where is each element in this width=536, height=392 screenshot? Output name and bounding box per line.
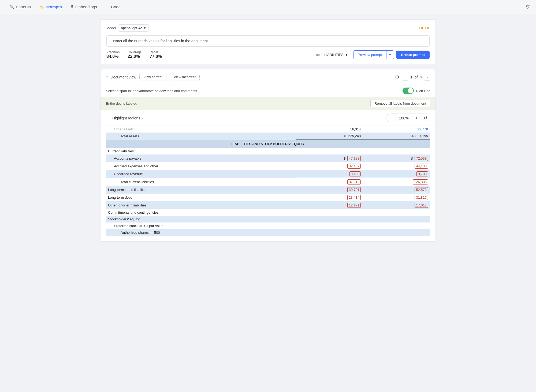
grid-icon: ⠿	[70, 5, 73, 9]
beta-badge: BETA	[419, 26, 430, 30]
table-row: Other assets 16,314 22,778	[106, 126, 430, 133]
highlight-bar: Highlight regions › − 100% + ↺	[100, 110, 436, 126]
row-value-2: 52,573	[363, 186, 430, 194]
prompt-input[interactable]	[106, 35, 430, 47]
chevron-down-icon: ▾	[144, 26, 146, 30]
model-label: Model	[106, 26, 116, 30]
row-label: Total current liabilities	[106, 178, 296, 186]
zoom-reset-button[interactable]: ↺	[421, 114, 430, 122]
tagged-value: 17,017	[415, 203, 428, 208]
row-value-2: 126,385	[363, 178, 430, 186]
tagged-value: 23,414	[347, 195, 361, 200]
preview-dropdown-button[interactable]: ▾	[386, 51, 394, 59]
table-row: Accrued expenses and other 32,439 44,138	[106, 162, 430, 170]
row-value-2: 9,708	[363, 170, 430, 178]
zoom-out-button[interactable]: −	[387, 114, 396, 122]
doc-toolbar-right: ⚙ ‹ 1 of 4 ›	[395, 74, 430, 81]
zoom-in-button[interactable]: +	[412, 114, 421, 122]
labeled-bar: Entire doc is labeled Remove all labels …	[100, 97, 436, 110]
nav-patterns[interactable]: 🔍 Patterns	[6, 3, 34, 11]
metrics-row: Precision 84.0% Coverage 22.0% Recall 77…	[106, 50, 430, 59]
create-prompt-button[interactable]: Create prompt	[396, 51, 430, 59]
row-label: Other long-term liabilities	[106, 201, 296, 209]
tagged-value: 8,190	[349, 171, 361, 176]
main-content: Model openai/gpt-4o ▾ BETA Precision 84.…	[94, 14, 442, 247]
tagged-value: 9,708	[416, 171, 428, 176]
row-label: Accrued expenses and other	[106, 162, 296, 170]
tagged-value: 126,385	[413, 179, 428, 184]
tagged-value: 87,812	[347, 179, 361, 184]
model-select[interactable]: openai/gpt-4o ▾	[118, 24, 149, 32]
table-row: Total assets $ 225,248 $ 321,195	[106, 133, 430, 140]
filter-icon[interactable]: ▽	[526, 4, 530, 10]
doc-toolbar: ≡ Document view View correct View incorr…	[100, 69, 436, 85]
table-row: Current liabilities:	[106, 148, 430, 154]
row-value-1: 16,314	[296, 126, 363, 133]
row-dollar-2: $ 321,195	[363, 133, 430, 140]
search-icon: 🔍	[10, 5, 14, 9]
coverage-metric: Coverage 22.0%	[128, 50, 142, 59]
rich-doc-toggle-group: Rich Doc	[403, 88, 430, 94]
row-value-2: 31,816	[363, 194, 430, 201]
page-next-button[interactable]: ›	[424, 74, 430, 81]
chevron-down-icon: ▾	[346, 53, 348, 57]
table-row: Accounts payable $ 47,183 $ 72,539	[106, 154, 430, 162]
row-value-2: 17,017	[363, 201, 430, 209]
row-label: Commitments and contingencies	[106, 209, 296, 216]
table-row: Stockholders' equity:	[106, 216, 430, 223]
table-row: Total current liabilities 87,812 126,385	[106, 178, 430, 186]
financial-table: Other assets 16,314 22,778 Total assets …	[106, 126, 430, 236]
row-label: Current liabilities:	[106, 148, 296, 154]
tag-icon: 🏷️	[39, 5, 44, 9]
view-incorrect-button[interactable]: View incorrect	[170, 73, 199, 81]
label-select[interactable]: Label LIABILITIES ▾	[311, 51, 351, 59]
financial-table-wrapper: Other assets 16,314 22,778 Total assets …	[100, 126, 436, 241]
row-label: Authorized shares — 500	[106, 229, 296, 236]
row-label: Unearned revenue	[106, 170, 296, 178]
tagged-value: 72,539	[415, 156, 428, 161]
nav-prompts[interactable]: 🏷️ Prompts	[36, 3, 65, 11]
row-value-1: 12,171	[296, 201, 363, 209]
remove-labels-button[interactable]: Remove all labels from document	[370, 100, 430, 107]
settings-icon[interactable]: ⚙	[395, 74, 399, 80]
nav-embeddings[interactable]: ⠿ Embeddings	[67, 3, 100, 11]
table-row: Commitments and contingencies	[106, 209, 430, 216]
zoom-controls: − 100% + ↺	[386, 114, 430, 122]
row-value-2: $ 72,539	[363, 154, 430, 162]
table-row: Unearned revenue 8,190 9,708	[106, 170, 430, 178]
page-prev-button[interactable]: ‹	[402, 74, 408, 81]
table-row: Long-term lease liabilities 39,791 52,57…	[106, 186, 430, 194]
row-value-2: 22,778	[363, 126, 430, 133]
row-value-1: 87,812	[296, 178, 363, 186]
section-header-row: LIABILITIES AND STOCKHOLDERS' EQUITY	[106, 140, 430, 148]
rich-doc-toggle[interactable]	[403, 88, 414, 94]
row-dollar-1: $ 225,248	[296, 133, 363, 140]
row-label: Total assets	[106, 133, 296, 140]
preview-prompt-button[interactable]: Preview prompt	[353, 51, 386, 59]
tagged-value: 32,439	[347, 164, 361, 169]
nav-code[interactable]: → Code	[102, 3, 124, 11]
page-navigation: ‹ 1 of 4 ›	[402, 74, 430, 81]
section-header-label: LIABILITIES AND STOCKHOLDERS' EQUITY	[106, 140, 430, 148]
table-row: Long-term debt 23,414 31,816	[106, 194, 430, 201]
chevron-right-icon: ›	[142, 116, 143, 120]
prompt-config-panel: Model openai/gpt-4o ▾ BETA Precision 84.…	[100, 19, 436, 64]
top-nav: 🔍 Patterns 🏷️ Prompts ⠿ Embeddings → Cod…	[0, 0, 536, 14]
toggle-knob	[408, 88, 413, 93]
row-value-1: 32,439	[296, 162, 363, 170]
tagged-value: 39,791	[347, 187, 361, 192]
hamburger-icon: ≡	[106, 75, 108, 80]
row-value-1: $ 47,183	[296, 154, 363, 162]
preview-btn-group: Preview prompt ▾	[353, 50, 394, 59]
highlight-checkbox[interactable]	[106, 116, 110, 120]
metrics-actions: Label LIABILITIES ▾ Preview prompt ▾ Cre…	[311, 50, 430, 59]
tagged-value: 44,138	[415, 164, 428, 169]
table-row: Preferred stock, $0.01 par value:	[106, 223, 430, 229]
doc-view-label: ≡ Document view	[106, 75, 136, 80]
recall-metric: Recall 77.0%	[150, 50, 162, 59]
view-correct-button[interactable]: View correct	[139, 73, 166, 81]
precision-metric: Precision 84.0%	[106, 50, 120, 59]
row-value-1: 39,791	[296, 186, 363, 194]
document-panel: ≡ Document view View correct View incorr…	[100, 69, 436, 242]
tagged-value: 31,816	[415, 195, 428, 200]
